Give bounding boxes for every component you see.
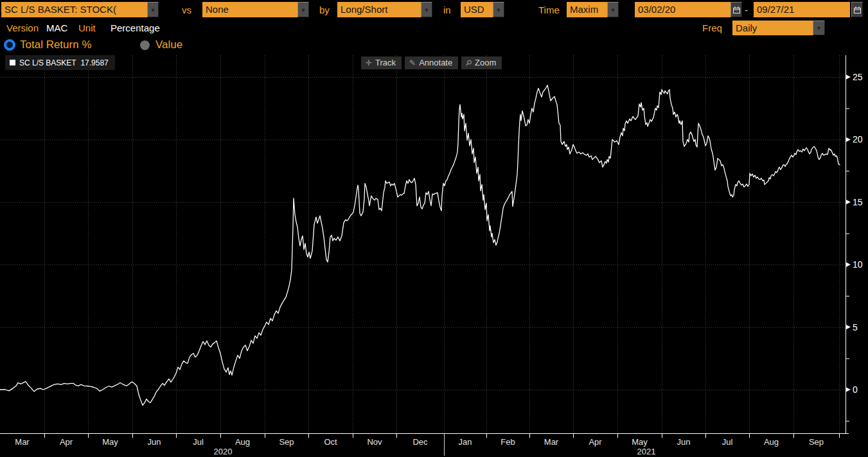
y-tick-arrow-icon [846, 74, 851, 80]
month-label: Nov [367, 437, 382, 447]
by-select[interactable]: Long/Short [337, 2, 421, 17]
year-label: 2020 [214, 447, 233, 456]
security-field[interactable]: SC L/S BASKET: STOCK( [1, 2, 147, 17]
zoom-button[interactable]: ⚲ Zoom [461, 56, 502, 69]
calendar-icon [853, 6, 862, 14]
crosshair-icon: ✛ [366, 58, 372, 67]
series-swatch-icon [10, 60, 15, 65]
y-tick-arrow-icon [846, 325, 851, 330]
month-label: Sep [809, 437, 824, 447]
time-label: Time [538, 4, 560, 15]
month-label: Jan [459, 437, 472, 447]
time-dropdown-arrow-icon[interactable]: ▼ [607, 2, 619, 17]
by-label: by [319, 4, 330, 15]
year-label: 2021 [637, 447, 656, 456]
chart-legend: SC L/S BASKET 17.9587 [5, 55, 115, 70]
security-dropdown-arrow-icon[interactable]: ▼ [147, 2, 159, 17]
currency-dropdown-arrow-icon[interactable]: ▼ [493, 2, 504, 17]
in-label: in [443, 4, 451, 15]
legend-series-name: SC L/S BASKET [19, 58, 76, 67]
unit-label: Unit [78, 22, 96, 33]
y-tick-label: 25 [853, 72, 863, 82]
end-date-input[interactable]: 09/27/21 [754, 2, 850, 17]
y-tick-label: 5 [853, 322, 858, 332]
month-label: Jul [193, 437, 204, 447]
month-label: Apr [589, 437, 602, 447]
month-label: Jul [722, 437, 733, 447]
y-tick-label: 0 [853, 384, 858, 395]
time-range-select[interactable]: Maxim [567, 2, 607, 17]
y-tick-arrow-icon [846, 387, 851, 392]
annotate-button-label: Annotate [419, 58, 452, 67]
pencil-icon: ✎ [409, 58, 416, 67]
track-button[interactable]: ✛ Track [361, 56, 402, 69]
header-toolbar: SC L/S BASKET: STOCK( ▼ vs None ▼ by Lon… [0, 0, 868, 54]
version-label: Version [6, 22, 39, 33]
unit-value: Percentage [111, 22, 160, 33]
magnifier-icon: ⚲ [464, 57, 474, 67]
month-label: Mar [544, 437, 559, 447]
month-label: Mar [15, 437, 30, 447]
chart-area[interactable]: MarAprMayJunJulAugSepOctNovDecJanFebMarA… [0, 54, 868, 457]
value-radio-label[interactable]: Value [155, 39, 182, 51]
vs-label: vs [182, 4, 191, 15]
month-label: Oct [324, 437, 337, 447]
month-label: May [102, 437, 118, 447]
chart-tools: ✛ Track ✎ Annotate ⚲ Zoom [361, 56, 502, 69]
y-tick-label: 20 [853, 134, 863, 144]
end-date-calendar-button[interactable] [851, 2, 863, 17]
calendar-icon [732, 6, 741, 14]
month-label: Aug [764, 437, 779, 447]
month-label: Feb [500, 437, 515, 447]
y-tick-arrow-icon [846, 262, 851, 267]
y-tick-arrow-icon [846, 200, 851, 205]
zoom-button-label: Zoom [475, 58, 496, 67]
currency-select[interactable]: USD [461, 2, 493, 17]
freq-dropdown-arrow-icon[interactable]: ▼ [813, 21, 825, 35]
track-button-label: Track [375, 58, 396, 67]
value-radio[interactable] [140, 40, 150, 50]
y-tick-arrow-icon [846, 137, 851, 142]
total-return-radio-label[interactable]: Total Return % [20, 39, 92, 51]
freq-label: Freq [702, 22, 722, 33]
version-value: MAC [46, 22, 67, 33]
freq-select[interactable]: Daily [732, 21, 813, 35]
month-label: Sep [279, 437, 294, 447]
vs-select[interactable]: None [202, 2, 297, 17]
month-label: Jun [148, 437, 161, 447]
start-date-calendar-button[interactable] [731, 2, 742, 17]
by-dropdown-arrow-icon[interactable]: ▼ [421, 2, 432, 17]
y-tick-label: 15 [853, 197, 863, 207]
price-chart-canvas[interactable]: MarAprMayJunJulAugSepOctNovDecJanFebMarA… [0, 54, 868, 457]
vs-dropdown-arrow-icon[interactable]: ▼ [297, 2, 309, 17]
date-range-separator: - [745, 4, 748, 15]
legend-last-value: 17.9587 [80, 58, 108, 67]
start-date-input[interactable]: 03/02/20 [635, 2, 731, 17]
price-line [0, 85, 840, 406]
month-label: Apr [60, 437, 73, 447]
y-tick-label: 10 [853, 259, 863, 270]
annotate-button[interactable]: ✎ Annotate [405, 56, 458, 69]
month-label: Dec [412, 437, 428, 447]
month-label: May [632, 437, 648, 447]
month-label: Jun [677, 437, 691, 447]
total-return-radio[interactable] [4, 39, 15, 51]
month-label: Aug [235, 437, 250, 447]
